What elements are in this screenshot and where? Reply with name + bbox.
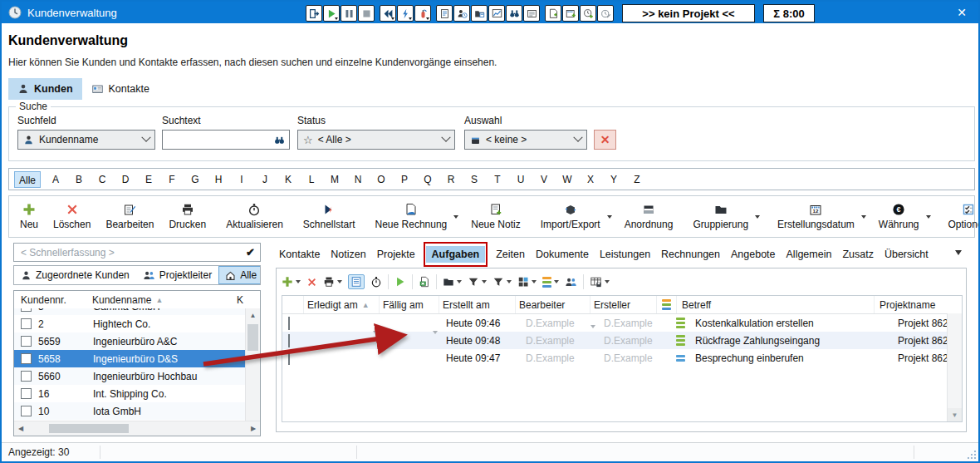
customer-horizontal-scrollbar[interactable]: ◀ ▶ <box>14 421 260 436</box>
project-selector[interactable]: >> kein Projekt << <box>622 4 755 22</box>
task-row[interactable]: Heute 09:46 D.Example D.Example Kostenka… <box>282 314 962 332</box>
alphabet-filter-item[interactable]: J <box>253 174 277 185</box>
bearbeiter-cell[interactable]: D.Example <box>522 318 600 329</box>
scroll-up-icon[interactable]: ▲ <box>246 308 260 322</box>
alphabet-filter-item[interactable]: W <box>556 174 579 185</box>
chart-button[interactable] <box>488 5 505 22</box>
alphabet-filter-item[interactable]: P <box>393 174 416 185</box>
customer-vertical-scrollbar[interactable]: ▲ <box>245 308 260 421</box>
alphabet-filter-item[interactable]: N <box>346 174 370 185</box>
customer-row[interactable]: 5659 Ingenieurbüro A&C <box>14 332 246 350</box>
alphabet-filter-item[interactable]: D <box>114 174 137 185</box>
col-bearbeiter[interactable]: Bearbeiter <box>516 296 590 313</box>
detail-tab[interactable]: Notizen <box>331 246 365 263</box>
col-betreff[interactable]: Betreff <box>677 296 875 313</box>
erstellungsdatum-button[interactable]: 12 Erstellungsdatum <box>770 198 871 235</box>
customer-row-selected[interactable]: 5658 Ingenieurbüro D&S <box>14 350 246 367</box>
alphabet-filter-item[interactable]: R <box>439 174 463 185</box>
row-checkbox[interactable] <box>288 334 290 347</box>
scroll-down-icon[interactable]: ▼ <box>948 408 962 421</box>
alphabet-filter-item[interactable]: B <box>67 174 91 185</box>
view-grid-button[interactable] <box>517 276 537 288</box>
table-layout-button[interactable] <box>590 276 610 288</box>
tasks-vertical-scrollbar[interactable]: ▼ <box>947 313 962 421</box>
col-ersteller[interactable]: Ersteller <box>590 296 657 313</box>
project-folder-button[interactable] <box>471 5 488 22</box>
detail-tab[interactable]: Projekte <box>377 246 415 263</box>
row-checkbox[interactable] <box>21 353 32 364</box>
detail-tab[interactable]: Rechnungen <box>661 246 720 263</box>
search-button[interactable] <box>506 5 522 22</box>
customer-row[interactable]: 10 Iota GmbH <box>14 402 246 420</box>
anordnung-button[interactable]: Anordnung <box>617 198 681 235</box>
betreff-cell[interactable]: Kostenkalkulation erstellen <box>690 318 893 329</box>
filter-alle-kunden[interactable]: Alle Ku <box>218 266 261 284</box>
alphabet-filter-item[interactable]: Alle <box>14 171 41 188</box>
row-checkbox[interactable] <box>288 352 290 365</box>
detail-tab[interactable]: Zusatz <box>842 246 874 263</box>
alphabet-filter-item[interactable]: E <box>137 174 160 185</box>
assign-people-button[interactable] <box>565 277 577 288</box>
pause-button[interactable] <box>341 5 357 22</box>
neue-rechnung-button[interactable]: Neue Rechnung <box>368 198 464 235</box>
col-kundenname[interactable]: Kundenname ▲ <box>92 294 225 306</box>
alphabet-filter-item[interactable]: A <box>44 174 67 185</box>
task-list-button[interactable] <box>436 5 453 22</box>
filter-button[interactable] <box>468 276 487 288</box>
col-priority[interactable] <box>657 296 677 313</box>
schnellstart-button[interactable]: Schnellstart <box>296 198 363 235</box>
row-checkbox[interactable] <box>288 317 290 330</box>
task-row[interactable]: Heute 09:48 D.Example D.Example Rückfrag… <box>282 332 962 349</box>
alphabet-filter-item[interactable]: K <box>277 174 300 185</box>
row-checkbox[interactable] <box>21 308 32 312</box>
edit-time-button[interactable] <box>597 5 614 22</box>
detail-tab[interactable]: Leistungen <box>600 246 650 263</box>
alphabet-filter-item[interactable]: F <box>160 174 184 185</box>
stop-button[interactable] <box>358 5 375 22</box>
new-calendar-button[interactable] <box>562 5 579 22</box>
customer-row[interactable]: 5660 Ingenieurbüro Hochbau <box>14 367 246 385</box>
start-button[interactable] <box>323 5 340 22</box>
list-view-toggle[interactable] <box>348 274 365 289</box>
alphabet-filter-item[interactable]: C <box>91 174 114 185</box>
neue-notiz-button[interactable]: Neue Notiz <box>463 198 527 235</box>
optionen-button[interactable]: Optionen <box>941 198 980 235</box>
import-export-button[interactable]: Import/Export <box>533 198 617 235</box>
detail-tab[interactable]: Aufgaben <box>426 246 486 263</box>
alphabet-filter-item[interactable]: H <box>207 174 230 185</box>
clear-search-button[interactable]: ✕ <box>594 130 616 150</box>
alphabet-filter-item[interactable]: Z <box>625 174 649 185</box>
col-kundennr[interactable]: Kundennr. <box>14 294 92 306</box>
alphabet-filter-item[interactable]: V <box>532 174 556 185</box>
bearbeiter-cell[interactable]: D.Example <box>522 335 600 347</box>
scroll-left-icon[interactable]: ◀ <box>14 425 27 432</box>
scrollbar-thumb[interactable] <box>49 424 129 433</box>
new-document-button[interactable] <box>545 5 561 22</box>
row-checkbox[interactable] <box>21 336 32 347</box>
customer-row[interactable]: 5 Gamma GmbH <box>14 308 246 315</box>
suchfeld-select[interactable]: Kundenname <box>17 130 155 150</box>
alphabet-filter-item[interactable]: Q <box>416 174 439 185</box>
alphabet-filter-item[interactable]: O <box>370 174 393 185</box>
drucken-button[interactable]: Drucken <box>161 198 213 235</box>
bearbeiter-cell[interactable]: D.Example <box>522 352 600 364</box>
alphabet-filter-item[interactable]: Y <box>602 174 625 185</box>
new-time-button[interactable] <box>580 5 596 22</box>
tab-kontakte[interactable]: Kontakte <box>82 78 159 100</box>
close-button[interactable]: ✕ <box>957 2 967 23</box>
filter-alt-button[interactable] <box>492 276 512 288</box>
row-checkbox[interactable] <box>21 406 32 416</box>
status-select[interactable]: ☆ < Alle > <box>297 130 455 150</box>
bearbeiten-button[interactable]: Bearbeiten <box>98 198 161 235</box>
quick-entry-input[interactable] <box>19 246 246 259</box>
filter-projektleiter[interactable]: Projektleiter <box>136 266 218 284</box>
start-task-button[interactable] <box>394 276 406 288</box>
more-tabs-caret-icon[interactable] <box>955 250 962 255</box>
extinguisher-button[interactable] <box>414 5 431 22</box>
exit-button[interactable] <box>306 5 322 22</box>
filter-zugeordnete-kunden[interactable]: Zugeordnete Kunden <box>14 266 136 284</box>
team-times-button[interactable] <box>453 5 470 22</box>
gruppierung-button[interactable]: Gruppierung <box>685 198 765 235</box>
auswahl-select[interactable]: < keine > <box>464 130 587 150</box>
scroll-right-icon[interactable]: ▶ <box>247 425 260 432</box>
